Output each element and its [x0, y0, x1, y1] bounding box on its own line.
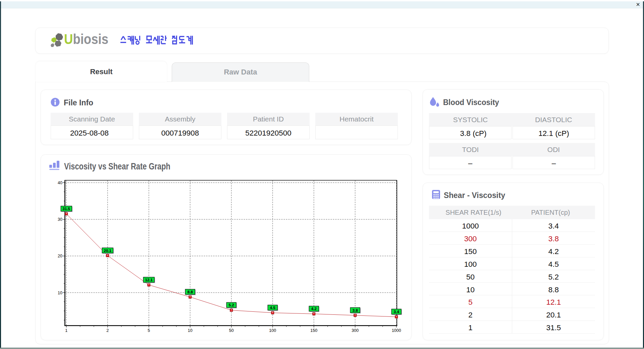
svg-text:100: 100: [269, 328, 276, 333]
svg-text:150: 150: [310, 328, 317, 333]
svg-text:40: 40: [58, 181, 62, 185]
svg-text:300: 300: [352, 328, 359, 333]
svg-text:1000: 1000: [392, 328, 401, 333]
svg-text:5: 5: [148, 328, 150, 333]
svg-text:3.4: 3.4: [394, 310, 399, 314]
svg-text:5.2: 5.2: [229, 303, 234, 307]
svg-text:1: 1: [65, 328, 67, 333]
svg-text:10: 10: [58, 291, 62, 295]
svg-text:8.8: 8.8: [187, 290, 193, 294]
svg-text:30: 30: [58, 217, 62, 222]
svg-text:31.5: 31.5: [63, 207, 70, 211]
svg-text:4.5: 4.5: [270, 306, 276, 310]
svg-text:4.2: 4.2: [311, 307, 317, 311]
svg-text:3.8: 3.8: [353, 308, 358, 312]
svg-text:20: 20: [58, 254, 62, 258]
svg-text:10: 10: [188, 328, 193, 333]
svg-text:12.1: 12.1: [145, 278, 153, 282]
svg-text:2: 2: [106, 328, 109, 333]
svg-text:50: 50: [229, 328, 234, 333]
svg-text:20.1: 20.1: [104, 249, 112, 253]
